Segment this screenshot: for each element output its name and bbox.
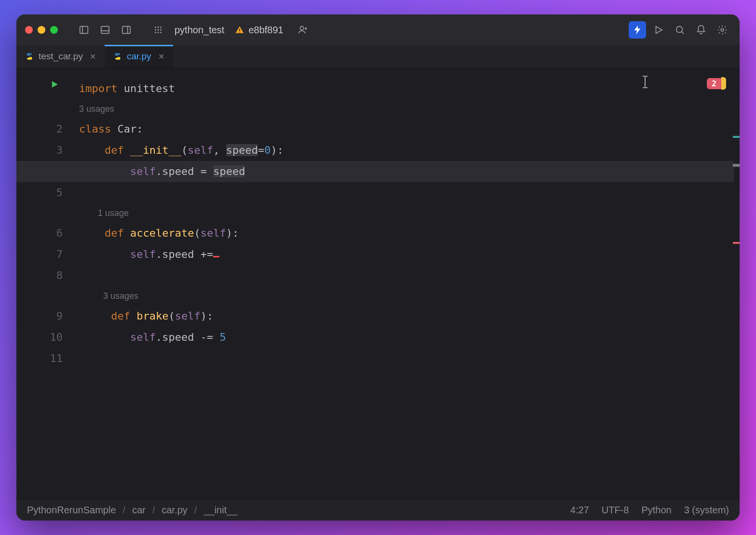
code-area[interactable]: import unittest 3 usages class Car: def … (79, 68, 740, 499)
panel-bottom-icon[interactable] (96, 21, 114, 39)
svg-rect-2 (101, 27, 109, 34)
run-gutter-icon[interactable] (50, 79, 59, 91)
close-icon[interactable]: ✕ (90, 52, 96, 61)
usages-hint[interactable]: 3 usages (79, 99, 740, 119)
svg-line-22 (682, 32, 684, 34)
usages-hint[interactable]: 3 usages (79, 286, 740, 306)
svg-marker-20 (656, 27, 662, 34)
close-window-button[interactable] (25, 26, 33, 34)
problems-badge[interactable]: 2 (707, 77, 726, 90)
svg-rect-0 (80, 27, 88, 34)
breadcrumb[interactable]: __init__ (203, 505, 237, 516)
editor-tabs: test_car.py ✕ car.py ✕ (16, 45, 740, 68)
vcs-widget[interactable]: e8bf891 (235, 25, 283, 36)
breadcrumb[interactable]: car.py (162, 505, 187, 516)
bolt-icon[interactable] (629, 21, 646, 39)
project-name[interactable]: python_test (175, 25, 224, 36)
language-label[interactable]: Python (641, 505, 671, 516)
panel-right-icon[interactable] (118, 21, 135, 39)
interpreter-label[interactable]: 3 (system) (684, 505, 729, 516)
svg-rect-16 (240, 31, 241, 32)
svg-point-12 (155, 32, 156, 33)
cursor-position[interactable]: 4:27 (570, 505, 589, 516)
apps-grid-icon[interactable] (149, 21, 167, 39)
usages-hint[interactable]: 1 usage (79, 203, 740, 223)
minimize-window-button[interactable] (38, 26, 45, 34)
svg-marker-24 (52, 81, 58, 88)
stripe-mark[interactable] (733, 136, 740, 138)
code-editor[interactable]: 2 3 4 5 6 7 8 9 10 11 import unittest 3 … (16, 68, 740, 499)
run-icon[interactable] (650, 21, 667, 39)
stripe-caret-mark[interactable] (733, 164, 740, 167)
warning-icon (235, 25, 244, 35)
fullscreen-window-button[interactable] (50, 26, 58, 34)
search-icon[interactable] (671, 21, 688, 39)
stripe-error-mark[interactable] (733, 242, 740, 244)
close-icon[interactable]: ✕ (158, 52, 164, 61)
svg-point-23 (721, 28, 724, 31)
traffic-lights (25, 26, 58, 34)
svg-point-7 (158, 27, 159, 28)
add-user-icon[interactable] (294, 21, 311, 39)
vcs-revision: e8bf891 (248, 25, 283, 36)
syntax-error-marker (213, 244, 219, 257)
titlebar: python_test e8bf891 (16, 14, 740, 45)
svg-point-8 (160, 27, 162, 28)
svg-point-9 (155, 29, 156, 31)
svg-point-11 (160, 29, 162, 31)
gear-icon[interactable] (714, 21, 731, 39)
svg-point-21 (676, 27, 683, 33)
svg-point-14 (160, 32, 162, 33)
svg-point-13 (158, 32, 159, 33)
python-file-icon (25, 52, 34, 61)
panel-left-icon[interactable] (75, 21, 93, 39)
statusbar: PythonRerunSample / car / car.py / __ini… (16, 499, 740, 521)
breadcrumb[interactable]: car (132, 505, 146, 516)
svg-rect-4 (122, 27, 131, 34)
tab-car[interactable]: car.py ✕ (105, 45, 173, 68)
gutter: 2 3 4 5 6 7 8 9 10 11 (16, 68, 79, 499)
tab-label: test_car.py (39, 51, 83, 62)
text-cursor-icon (641, 75, 642, 91)
bell-icon[interactable] (692, 21, 710, 39)
file-encoding[interactable]: UTF-8 (602, 505, 629, 516)
error-count: 2 (707, 78, 721, 89)
breadcrumb[interactable]: PythonRerunSample (27, 505, 116, 516)
tab-test-car[interactable]: test_car.py ✕ (16, 45, 105, 68)
python-file-icon (113, 52, 122, 61)
svg-rect-15 (240, 29, 241, 31)
svg-point-6 (155, 27, 156, 28)
error-stripe[interactable] (733, 68, 740, 499)
warning-indicator (721, 77, 726, 90)
svg-point-10 (158, 29, 159, 31)
tab-label: car.py (127, 51, 151, 62)
svg-point-17 (300, 27, 303, 30)
ide-window: python_test e8bf891 (16, 14, 740, 521)
